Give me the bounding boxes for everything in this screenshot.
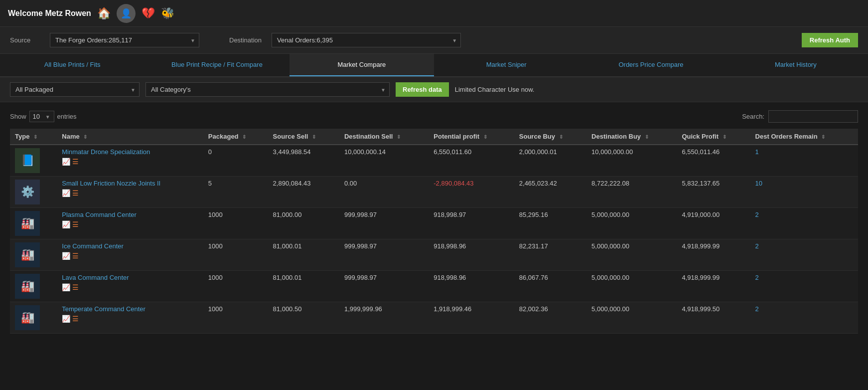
dest-orders-link-2[interactable]: 2 [755, 211, 759, 218]
tab-orders-price[interactable]: Orders Price Compare [579, 54, 723, 76]
bee-icon[interactable]: 🐝 [161, 7, 174, 20]
list-icon-4[interactable]: ☰ [72, 283, 79, 291]
item-image-5: 🏭 [15, 305, 40, 330]
cell-quick-profit-2: 4,919,000.00 [677, 208, 750, 239]
tab-blueprint-recipe[interactable]: Blue Print Recipe / Fit Compare [145, 54, 289, 76]
col-type[interactable]: Type ⇕ [10, 129, 57, 145]
cell-type-5: 🏭 [10, 302, 57, 334]
sort-icon-type: ⇕ [33, 134, 37, 140]
list-icon-3[interactable]: ☰ [72, 252, 79, 260]
cell-quick-profit-3: 4,918,999.99 [677, 239, 750, 271]
avatar-placeholder: 👤 [121, 8, 132, 19]
cell-type-4: 🏭 [10, 271, 57, 302]
col-destination-buy[interactable]: Destination Buy ⇕ [586, 129, 677, 145]
col-source-sell[interactable]: Source Sell ⇕ [268, 129, 339, 145]
destination-select[interactable]: Venal Orders:6,395 [272, 33, 461, 47]
cell-dest-buy-2: 5,000,000.00 [586, 208, 677, 239]
chart-icon-1[interactable]: 📈 [62, 189, 70, 197]
tab-market-compare[interactable]: Market Compare [289, 54, 434, 76]
cell-quick-profit-5: 4,918,999.50 [677, 302, 750, 334]
source-select[interactable]: The Forge Orders:285,117 [50, 33, 199, 47]
list-icon-0[interactable]: ☰ [72, 158, 79, 166]
cell-packaged-0: 0 [203, 145, 268, 177]
header: Welcome Metz Rowen 🏠 👤 💔 🐝 [0, 0, 868, 27]
cell-source-buy-3: 82,231.17 [514, 239, 586, 271]
item-name-link-1[interactable]: Small Low Friction Nozzle Joints II [62, 180, 198, 187]
cell-type-0: 📘 [10, 145, 57, 177]
cell-source-sell-2: 81,000.00 [268, 208, 339, 239]
cell-source-sell-1: 2,890,084.43 [268, 177, 339, 208]
cell-name-2: Plasma Command Center 📈 ☰ [57, 208, 203, 239]
refresh-data-button[interactable]: Refresh data [396, 82, 449, 97]
item-name-link-0[interactable]: Minmatar Drone Specialization [62, 148, 198, 156]
chart-icon-3[interactable]: 📈 [62, 252, 70, 260]
packaged-select[interactable]: All Packaged [10, 82, 140, 97]
entries-select[interactable]: 10 25 50 100 [29, 111, 54, 122]
item-name-link-5[interactable]: Temperate Command Center [62, 305, 198, 313]
heart-icon[interactable]: 💔 [142, 7, 155, 20]
item-name-link-3[interactable]: Ice Command Center [62, 242, 198, 250]
tab-market-history[interactable]: Market History [723, 54, 868, 76]
dest-orders-link-5[interactable]: 2 [755, 305, 759, 313]
sort-icon-source-sell: ⇕ [312, 134, 316, 140]
item-name-link-2[interactable]: Plasma Command Center [62, 211, 198, 218]
sort-icon-dest-orders: ⇕ [821, 134, 825, 140]
refresh-auth-button[interactable]: Refresh Auth [802, 33, 858, 47]
search-label: Search: [742, 113, 764, 120]
chart-icon-4[interactable]: 📈 [62, 283, 70, 291]
cell-dest-buy-4: 5,000,000.00 [586, 271, 677, 302]
table-row: ⚙️ Small Low Friction Nozzle Joints II 📈… [10, 177, 858, 208]
list-icon-1[interactable]: ☰ [72, 189, 79, 197]
dest-orders-link-1[interactable]: 10 [755, 180, 762, 187]
entries-label: entries [57, 113, 77, 120]
cell-dest-sell-5: 1,999,999.96 [339, 302, 429, 334]
cell-name-1: Small Low Friction Nozzle Joints II 📈 ☰ [57, 177, 203, 208]
home-icon[interactable]: 🏠 [97, 7, 111, 20]
col-source-buy[interactable]: Source Buy ⇕ [514, 129, 586, 145]
item-image-4: 🏭 [15, 274, 40, 299]
col-name[interactable]: Name ⇕ [57, 129, 203, 145]
list-icon-2[interactable]: ☰ [72, 220, 79, 228]
tab-blueprints[interactable]: All Blue Prints / Fits [0, 54, 145, 76]
search-input[interactable] [768, 110, 858, 123]
chart-icon-2[interactable]: 📈 [62, 220, 70, 228]
cell-name-5: Temperate Command Center 📈 ☰ [57, 302, 203, 334]
cell-packaged-1: 5 [203, 177, 268, 208]
sort-icon-dest-sell: ⇕ [397, 134, 401, 140]
list-icon-5[interactable]: ☰ [72, 315, 79, 323]
source-label: Source [10, 36, 40, 44]
item-image-2: 🏭 [15, 211, 40, 236]
table-row: 🏭 Ice Command Center 📈 ☰ 1000 81,000.01 … [10, 239, 858, 271]
cell-source-sell-4: 81,000.01 [268, 271, 339, 302]
table-header-row: Type ⇕ Name ⇕ Packaged ⇕ Source Sell ⇕ D… [10, 129, 858, 145]
chart-icon-0[interactable]: 📈 [62, 158, 70, 166]
cell-quick-profit-0: 6,550,011.46 [677, 145, 750, 177]
col-potential-profit[interactable]: Potential profit ⇕ [429, 129, 514, 145]
dest-orders-link-0[interactable]: 1 [755, 148, 759, 156]
cell-potential-profit-3: 918,998.96 [429, 239, 514, 271]
cell-potential-profit-0: 6,550,011.60 [429, 145, 514, 177]
tab-market-sniper[interactable]: Market Sniper [434, 54, 579, 76]
dest-orders-link-3[interactable]: 2 [755, 242, 759, 250]
item-image-0: 📘 [15, 148, 40, 173]
cell-packaged-2: 1000 [203, 208, 268, 239]
show-label: Show [10, 113, 26, 120]
category-select[interactable]: All Category's [145, 82, 390, 97]
cell-dest-sell-4: 999,998.97 [339, 271, 429, 302]
cell-source-buy-4: 86,067.76 [514, 271, 586, 302]
item-name-link-4[interactable]: Lava Command Center [62, 274, 198, 281]
cell-dest-buy-5: 5,000,000.00 [586, 302, 677, 334]
cell-potential-profit-4: 918,998.96 [429, 271, 514, 302]
col-destination-sell[interactable]: Destination Sell ⇕ [339, 129, 429, 145]
table-row: 🏭 Plasma Command Center 📈 ☰ 1000 81,000.… [10, 208, 858, 239]
destination-select-wrapper: Venal Orders:6,395 ▼ [272, 33, 461, 47]
col-quick-profit[interactable]: Quick Profit ⇕ [677, 129, 750, 145]
col-packaged[interactable]: Packaged ⇕ [203, 129, 268, 145]
cell-potential-profit-5: 1,918,999.46 [429, 302, 514, 334]
table-row: 🏭 Temperate Command Center 📈 ☰ 1000 81,0… [10, 302, 858, 334]
dest-orders-link-4[interactable]: 2 [755, 274, 759, 281]
cell-potential-profit-2: 918,998.97 [429, 208, 514, 239]
chart-icon-5[interactable]: 📈 [62, 315, 70, 323]
col-dest-orders[interactable]: Dest Orders Remain ⇕ [750, 129, 858, 145]
cell-dest-orders-3: 2 [750, 239, 858, 271]
